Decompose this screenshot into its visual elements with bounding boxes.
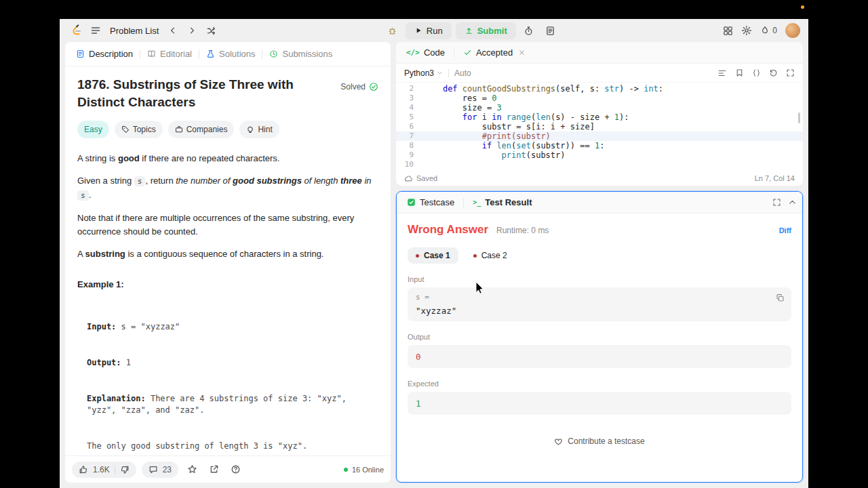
briefcase-icon [175,125,183,134]
output-value: 0 [416,352,421,362]
description-icon [76,49,85,58]
upload-icon [465,26,473,35]
heart-icon [554,437,563,446]
topics-chip[interactable]: Topics [115,121,163,138]
description-tabbar: Description Editorial Solutions Submissi… [65,42,391,66]
description-panel: Description Editorial Solutions Submissi… [65,42,391,483]
recording-indicator-dot [801,5,804,9]
editorial-icon [147,49,156,58]
feedback-question-icon[interactable] [227,462,243,478]
top-navbar: Problem List Run Submit [60,19,808,42]
submit-label: Submit [477,26,507,36]
code-line[interactable]: 8 if len(set(substr)) == 1: [396,141,803,150]
problem-list-link[interactable]: Problem List [106,26,163,36]
tab-submissions[interactable]: Submissions [264,49,338,59]
next-problem-icon[interactable] [183,22,201,39]
play-icon [414,26,422,35]
shuffle-icon[interactable] [202,22,220,39]
auto-toggle[interactable]: Auto [454,68,471,78]
tab-code[interactable]: </> Code [401,47,450,58]
input-box[interactable]: s = "xyzzaz" [408,287,791,321]
solutions-flask-icon [206,49,215,58]
layout-grid-icon[interactable] [723,26,733,36]
submit-button[interactable]: Submit [456,22,516,39]
lightbulb-icon [246,125,254,134]
contribute-testcase-link[interactable]: Contribute a testcase [408,436,791,446]
solved-badge: Solved [340,80,378,94]
brackets-icon[interactable] [752,68,761,77]
collapse-chevron-icon[interactable] [788,198,797,207]
description-footer: 1.6K 23 [65,455,391,483]
code-line-active[interactable]: 7 #print(substr) [396,131,803,141]
online-dot [344,468,348,472]
close-tab-icon[interactable] [518,49,526,56]
comments-pill[interactable]: 23 [142,462,178,478]
code-line[interactable]: 4 size = 3 [396,103,803,113]
companies-chip[interactable]: Companies [168,121,235,138]
code-line[interactable]: 9 print(substr) [396,150,803,160]
accepted-check-icon [463,48,472,57]
notes-icon[interactable] [542,22,559,39]
tab-testcase[interactable]: Testcase [402,197,459,207]
problem-list-icon[interactable] [87,22,104,39]
leetcode-logo-icon[interactable] [68,22,85,39]
tab-description[interactable]: Description [71,49,138,59]
tab-accepted[interactable]: Accepted [458,47,530,58]
code-icon: </> [406,48,420,57]
copy-icon[interactable] [776,293,785,302]
flame-icon [760,26,770,35]
favorite-star-icon[interactable] [184,462,200,478]
timer-icon[interactable] [520,22,538,39]
comment-count: 23 [163,465,172,474]
problem-description: 1876. Substrings of Size Three with Dist… [65,66,391,455]
code-line[interactable]: 6 substr = s[i: i + size] [396,122,803,131]
testcase-panel: Testcase >_ Test Result Wrong Answer [396,191,803,483]
problem-title: 1876. Substrings of Size Three with Dist… [77,76,332,111]
share-icon[interactable] [205,462,222,478]
main-area: Description Editorial Solutions Submissi… [60,42,808,488]
paragraph: A substring is a contiguous sequence of … [77,247,378,261]
output-box: 0 [408,345,791,368]
editor-toolbar-icons [717,68,795,78]
editor-toolbar: Python3 Auto [396,64,803,83]
bookmark-icon[interactable] [735,68,744,77]
code-line[interactable]: 5 for i in range(len(s) - size + 1): [396,113,803,122]
prev-problem-icon[interactable] [164,22,182,39]
diff-link[interactable]: Diff [779,226,791,235]
code-line[interactable]: 3 res = 0 [396,94,803,103]
debug-icon[interactable] [384,22,401,39]
fullscreen-icon[interactable] [786,68,795,77]
input-value[interactable]: "xyzzaz" [416,306,783,316]
thumbs-down-icon[interactable] [120,465,130,474]
tab-test-result[interactable]: >_ Test Result [468,197,536,207]
settings-gear-icon[interactable] [741,25,752,36]
code-line[interactable]: 10 [396,160,803,169]
reset-undo-icon[interactable] [769,68,778,77]
tab-divider [199,49,199,59]
code-line[interactable]: 2 def countGoodSubstrings(self, s: str) … [396,84,803,94]
hint-chip[interactable]: Hint [239,121,279,138]
difficulty-badge[interactable]: Easy [77,121,109,138]
editor-statusbar: Saved Ln 7, Col 14 [396,171,803,186]
navbar-right: 0 [723,23,800,38]
tab-divider [140,49,140,59]
code-panel-tabbar: </> Code Accepted [396,42,803,64]
tab-editorial[interactable]: Editorial [142,49,197,59]
thumbs-up-icon[interactable] [79,465,88,474]
paragraph: Given a string s, return the number of g… [77,174,378,203]
run-submit-cluster: Run Submit [384,22,559,39]
editor-scrollbar-thumb[interactable] [798,113,800,123]
expand-panel-icon[interactable] [772,198,781,207]
case-2-tab[interactable]: Case 2 [465,247,515,264]
case-1-tab[interactable]: Case 1 [408,247,458,264]
format-icon[interactable] [717,68,727,78]
avatar[interactable] [785,23,800,38]
input-label: Input [408,275,791,283]
run-button[interactable]: Run [406,22,452,39]
streak-counter[interactable]: 0 [760,26,777,35]
tab-solutions[interactable]: Solutions [201,49,260,59]
terminal-icon: >_ [473,199,481,206]
like-count: 1.6K [93,465,110,474]
language-selector[interactable]: Python3 [404,68,443,78]
code-editor[interactable]: 2 def countGoodSubstrings(self, s: str) … [396,83,803,171]
